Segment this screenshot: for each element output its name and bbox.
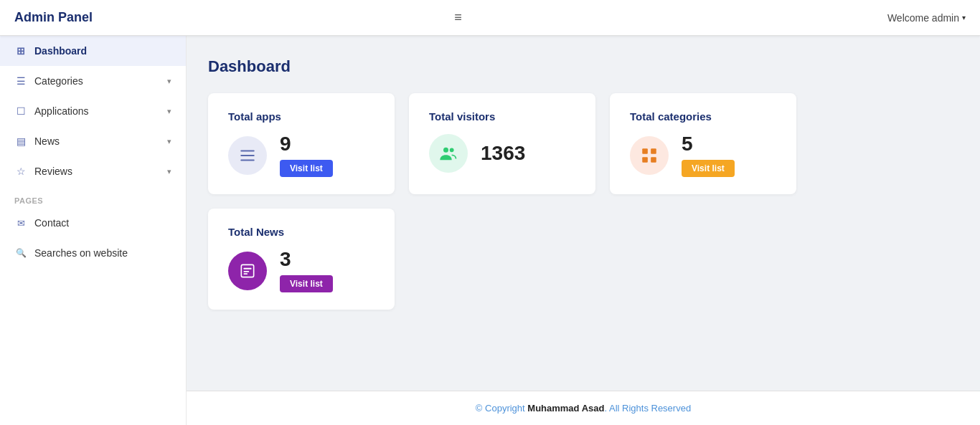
svg-rect-5 [642,148,648,154]
sidebar-label-reviews: Reviews [34,166,72,177]
news-icon [14,135,27,148]
reviews-icon [14,165,27,178]
svg-rect-10 [244,268,252,269]
sidebar-item-dashboard[interactable]: Dashboard [0,36,186,66]
sidebar-label-searches: Searches on website [34,247,128,259]
categories-icon-wrap [630,136,669,175]
svg-rect-6 [651,148,656,154]
apps-icon-wrap [228,136,267,175]
sidebar-label-contact: Contact [34,217,69,229]
card-total-categories-title: Total categories [630,110,776,123]
sidebar-label-dashboard: Dashboard [34,45,87,57]
footer-copyright: © Copyright Muhammad Asad. All Rights Re… [476,403,691,414]
page-title: Dashboard [208,57,958,76]
svg-rect-7 [642,157,648,163]
sidebar-label-news: News [34,135,60,147]
navbar: Admin Panel ≡ Welcome admin ▾ [0,0,980,36]
applications-icon [14,105,27,118]
apps-visit-button[interactable]: Visit list [280,160,333,177]
svg-rect-0 [240,150,255,151]
users-icon [438,143,458,163]
card-total-news-title: Total News [228,226,374,238]
sidebar-item-contact[interactable]: Contact [0,208,186,238]
news-caret-icon: ▾ [167,137,171,146]
svg-rect-11 [244,271,250,272]
svg-rect-12 [244,273,248,274]
user-caret-icon: ▾ [962,14,966,22]
user-menu[interactable]: Welcome admin ▾ [887,12,966,24]
user-label: Welcome admin [887,12,959,24]
news-count: 3 [280,249,333,269]
svg-rect-1 [240,155,255,156]
categories-caret-icon: ▾ [167,77,171,86]
brand-title: Admin Panel [14,10,440,25]
card-total-apps-title: Total apps [228,110,374,123]
sidebar-label-categories: Categories [34,75,83,87]
sidebar-item-searches[interactable]: Searches on website [0,238,186,268]
categories-icon [14,75,27,87]
applications-caret-icon: ▾ [167,107,171,116]
card-total-categories: Total categories 5 Visit list [610,93,796,194]
svg-rect-8 [651,157,656,163]
search-icon [14,247,27,259]
cards-bottom-row: Total News 3 Visit list [208,209,958,310]
list-icon [238,146,257,165]
card-total-apps: Total apps 9 Visit list [208,93,395,194]
sidebar-item-applications[interactable]: Applications ▾ [0,96,186,126]
svg-point-3 [443,148,448,153]
menu-toggle-button[interactable]: ≡ [454,10,462,25]
sidebar-item-reviews[interactable]: Reviews ▾ [0,156,186,186]
cards-top-row: Total apps 9 Visit list [208,93,958,194]
categories-visit-button[interactable]: Visit list [682,160,735,177]
sidebar-label-applications: Applications [34,105,89,117]
sidebar-item-news[interactable]: News ▾ [0,126,186,156]
newspaper-icon [238,262,257,280]
visitors-icon-wrap [429,134,468,173]
layout: Dashboard Categories ▾ Applications ▾ Ne… [0,36,980,425]
svg-point-4 [450,148,454,152]
contact-icon [14,216,27,229]
reviews-caret-icon: ▾ [167,167,171,176]
pages-section-label: PAGES [0,186,186,208]
card-total-news: Total News 3 Visit list [208,209,395,310]
main-content: Dashboard Total apps 9 Visit [187,36,980,425]
sidebar: Dashboard Categories ▾ Applications ▾ Ne… [0,36,187,425]
dashboard-icon [14,44,27,57]
apps-count: 9 [280,134,333,154]
card-total-visitors-title: Total visitors [429,110,575,123]
news-icon-wrap [228,252,267,290]
footer: © Copyright Muhammad Asad. All Rights Re… [187,391,980,425]
grid-icon [640,146,659,165]
svg-rect-2 [240,159,255,161]
categories-count: 5 [682,134,735,154]
visitors-count: 1363 [481,143,525,163]
sidebar-item-categories[interactable]: Categories ▾ [0,66,186,96]
news-visit-button[interactable]: Visit list [280,275,333,292]
card-total-visitors: Total visitors 1363 [409,93,595,194]
